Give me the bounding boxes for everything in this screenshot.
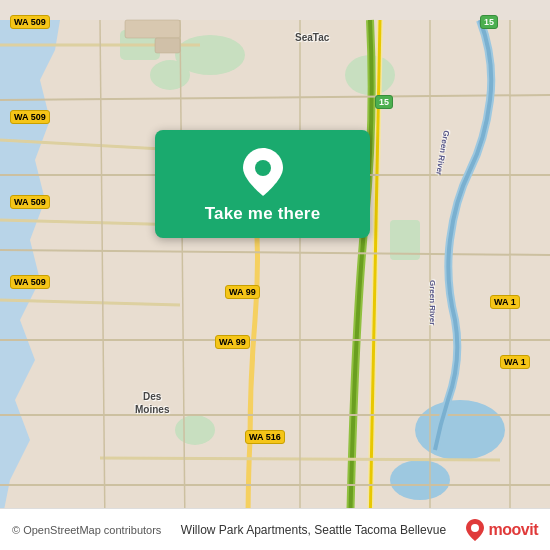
bottom-bar: © OpenStreetMap contributors Willow Park… [0,508,550,550]
location-name: Willow Park Apartments, Seattle Tacoma B… [161,523,465,537]
road-badge-wa509-1: WA 509 [10,15,50,29]
moovit-logo: moovit [466,519,538,541]
road-badge-wa99-2: WA 99 [215,335,250,349]
road-badge-wa516: WA 516 [245,430,285,444]
svg-point-30 [471,524,479,532]
svg-point-2 [390,460,450,500]
svg-rect-28 [155,38,180,53]
location-pin-icon [239,148,287,196]
svg-point-4 [150,60,190,90]
road-badge-wa99-1: WA 99 [225,285,260,299]
osm-credit: © OpenStreetMap contributors [12,524,161,536]
road-badge-i15-1: 15 [480,15,498,29]
map-background [0,0,550,550]
road-badge-i15-2: 15 [375,95,393,109]
road-badge-wa1-1: WA 1 [490,295,520,309]
place-green-river-2: Green River [428,280,437,325]
svg-point-8 [175,415,215,445]
svg-point-1 [415,400,505,460]
road-badge-wa1-2: WA 1 [500,355,530,369]
road-badge-wa509-3: WA 509 [10,195,50,209]
take-me-there-button[interactable]: Take me there [155,130,370,238]
moovit-pin-icon [466,519,484,541]
svg-point-29 [255,160,271,176]
take-me-there-label: Take me there [205,204,321,224]
place-des-moines: DesMoines [135,390,169,416]
moovit-text: moovit [489,521,538,539]
place-seatac: SeaTac [295,32,329,43]
osm-attribution: © OpenStreetMap contributors [12,524,161,536]
road-badge-wa509-2: WA 509 [10,110,50,124]
svg-rect-27 [125,20,180,38]
road-badge-wa509-4: WA 509 [10,275,50,289]
map-container: WA 509 WA 509 WA 509 WA 509 15 15 5 WA 9… [0,0,550,550]
